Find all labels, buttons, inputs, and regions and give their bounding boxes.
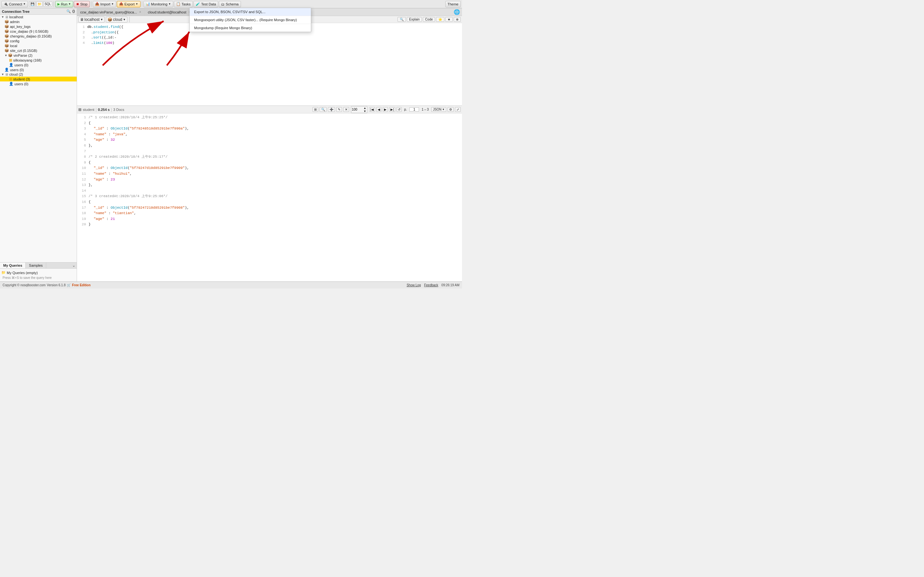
node-label: admin <box>10 20 19 24</box>
open-button[interactable]: 📁 <box>36 1 43 7</box>
tab-cloud-student-1[interactable]: cloud:student@localhost × <box>145 8 194 16</box>
tree-node-student[interactable]: ▦ student (3) <box>0 77 77 81</box>
tree-node-local[interactable]: 📦 local <box>0 43 77 48</box>
theme-button[interactable]: Theme <box>445 1 461 7</box>
users-icon: 👤 <box>9 63 13 67</box>
sidebar-bottom: My Queries Samples ⌄ 📁 My Queries (empty… <box>0 262 77 282</box>
mongodump-option[interactable]: Mongodump (Require Mongo Binary) <box>190 24 311 32</box>
cloud-db-selector[interactable]: 📦 cloud ▼ <box>106 17 128 23</box>
view-mode-selector[interactable]: JSON ▼ <box>431 107 446 112</box>
settings-btn[interactable]: ⚙ <box>447 107 454 112</box>
test-data-button[interactable]: 🧪 Test Data <box>194 1 218 7</box>
add-doc-btn[interactable]: ➕ <box>328 107 335 112</box>
my-queries-tab[interactable]: My Queries <box>0 263 26 268</box>
next-page-btn[interactable]: ▶ <box>383 107 388 112</box>
query-editor[interactable]: 1 db.student.find({ 2 .projection({ 3 .s… <box>77 23 462 105</box>
collapse-icon[interactable]: ⟨⟩ <box>72 9 75 13</box>
refresh-btn[interactable]: ↺ <box>397 107 402 112</box>
page-input[interactable] <box>409 107 419 111</box>
code-btn[interactable]: Code <box>423 17 435 22</box>
import-button[interactable]: 📥 Import ▼ <box>93 1 116 7</box>
tree-node-ccw-daijiao[interactable]: 📦 ccw_daijiao (9 | 0.56GB) <box>0 29 77 34</box>
tree-node-localhost[interactable]: ▼ 🖥 localhost <box>0 15 77 19</box>
star2-btn[interactable]: ★ <box>445 17 453 22</box>
delete-doc-btn[interactable]: ✕ <box>343 107 349 112</box>
feedback-link[interactable]: Feedback <box>424 284 438 287</box>
db-icon: 📦 <box>5 34 9 38</box>
tree-node-site-czt[interactable]: 📦 site_czt (0.15GB) <box>0 48 77 53</box>
run-button[interactable]: ▶ Run ▼ <box>55 1 73 7</box>
cart-icon: 🛒 <box>67 284 71 287</box>
first-page-btn[interactable]: |◀ <box>369 107 375 112</box>
sidebar-tabs: My Queries Samples ⌄ <box>0 263 77 269</box>
tree-node-users-root[interactable]: 👤 users (0) <box>0 67 77 72</box>
stop-button[interactable]: ⏹ Stop <box>74 1 90 7</box>
my-queries-folder: 📁 My Queries (empty) <box>1 270 75 276</box>
connect-dropdown-icon: ▼ <box>23 3 26 5</box>
result-line-10: 10"_id" : ObjectId("5f79247d10d85291be7f… <box>79 165 459 171</box>
tab-label: cloud:student@localhost <box>148 10 186 14</box>
result-line-5: 5"age" : 32 <box>79 137 459 143</box>
results-content: 1/* 1 createdAt:2020/10/4 上午9:25:25*/ 2{… <box>77 113 462 282</box>
show-log-link[interactable]: Show Log <box>407 284 421 287</box>
query-btn-1[interactable]: 🔍 <box>397 17 406 22</box>
more-btn[interactable]: ⊕ <box>454 17 461 22</box>
save-button[interactable]: 💾 <box>29 1 36 7</box>
collapse-queries-icon[interactable]: ⌄ <box>72 263 75 268</box>
tree-node-users-vin[interactable]: 👤 users (0) <box>0 63 77 67</box>
query-time: 0.254 s <box>98 108 110 111</box>
sidebar-header-icons: 🔍 ⟨⟩ <box>66 9 75 13</box>
tree-node-api-key-logs[interactable]: 📦 api_key_logs <box>0 24 77 29</box>
sidebar-queries: 📁 My Queries (empty) Press ⌘+S to save t… <box>0 269 77 282</box>
tab-close-icon[interactable]: × <box>139 10 141 14</box>
folder-icon: 📁 <box>1 271 6 275</box>
edit-doc-btn[interactable]: ✎ <box>336 107 342 112</box>
search-icon[interactable]: 🔍 <box>66 9 71 13</box>
tasks-button[interactable]: 📋 Tasks <box>174 1 193 7</box>
code-line-3: 3 .sort({_id:- <box>78 35 461 40</box>
connect-button[interactable]: 🔌 Connect ▼ <box>1 1 28 7</box>
samples-tab[interactable]: Samples <box>26 263 46 268</box>
star1-btn[interactable]: ⭐ <box>436 17 444 22</box>
per-page-up[interactable]: ▲▼ <box>363 106 367 113</box>
last-page-btn[interactable]: ▶| <box>389 107 395 112</box>
monitoring-dropdown-icon: ▼ <box>168 3 171 5</box>
right-panel: ccw_daijiao:vinParse_query@loca... × clo… <box>77 8 462 282</box>
export-json-option[interactable]: Export to JSON, BSON, CSV/TSV and SQL... <box>190 8 311 16</box>
node-label: chengniu_daijiao (0.15GB) <box>10 34 52 38</box>
import-icon: 📥 <box>95 2 99 6</box>
tree-node-chengniu[interactable]: 📦 chengniu_daijiao (0.15GB) <box>0 34 77 39</box>
status-time: 09:26:19 AM <box>441 284 459 287</box>
result-line-4: 4"name" : "java", <box>79 132 459 137</box>
monitoring-button[interactable]: 📊 Monitoring ▼ <box>144 1 173 7</box>
per-page-input[interactable] <box>351 108 363 111</box>
sep1 <box>53 1 54 7</box>
tab-ccw-daijiao[interactable]: ccw_daijiao:vinParse_query@loca... × <box>77 8 145 16</box>
schema-button[interactable]: 🗂 Schema <box>219 1 241 7</box>
explain-btn[interactable]: Explain <box>407 17 422 22</box>
save-query-hint: Press ⌘+S to save the query here <box>1 276 75 280</box>
tree-node-cloud[interactable]: ▼ 🖥 cloud (2) <box>0 72 77 77</box>
expand-btn[interactable]: ⤢ <box>455 107 461 112</box>
export-icon: 📤 <box>119 2 124 6</box>
server-icon: 🖥 <box>5 15 8 19</box>
collection-icon: ▦ <box>9 58 12 62</box>
tree-node-users-cloud[interactable]: 👤 users (0) <box>0 81 77 86</box>
schema-icon: 🗂 <box>221 2 225 6</box>
collection-name: student <box>83 108 94 111</box>
export-button[interactable]: 📤 Export ▼ <box>117 1 141 7</box>
tree-node-admin[interactable]: 📦 admin <box>0 19 77 24</box>
mongoexport-option[interactable]: Mongoexport utility (JSON, CSV faster)..… <box>190 16 311 24</box>
tree-node-config[interactable]: 📦 config <box>0 39 77 43</box>
grid-view-btn[interactable]: ⊞ <box>312 107 318 112</box>
search-results-btn[interactable]: 🔍 <box>320 107 326 112</box>
add-connection-icon[interactable]: 🌐 <box>452 8 462 16</box>
statusbar-right: Show Log Feedback 09:26:19 AM <box>407 284 459 287</box>
localhost-selector[interactable]: 🖥 localhost ▼ <box>78 17 105 23</box>
prev-page-btn[interactable]: ◀ <box>376 107 381 112</box>
run-dropdown-icon: ▼ <box>68 3 71 5</box>
tree-node-vinparse[interactable]: ▼ 📦 vinParse (2) <box>0 53 77 58</box>
sql-button[interactable]: SQL <box>43 1 52 7</box>
tree-node-silkxiaoyang[interactable]: ▦ silkxiaoyang (168) <box>0 58 77 63</box>
free-edition-badge: Free Edition <box>72 284 90 287</box>
